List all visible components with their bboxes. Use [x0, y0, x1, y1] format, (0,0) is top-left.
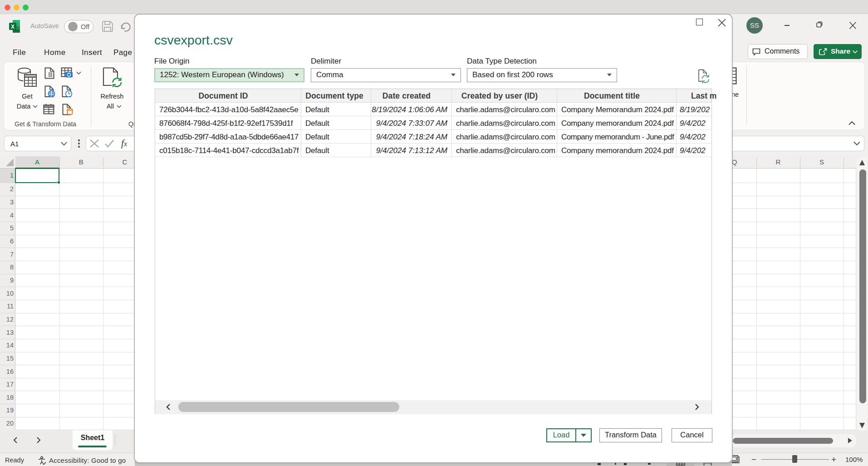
svg-text:X: X [11, 24, 15, 30]
